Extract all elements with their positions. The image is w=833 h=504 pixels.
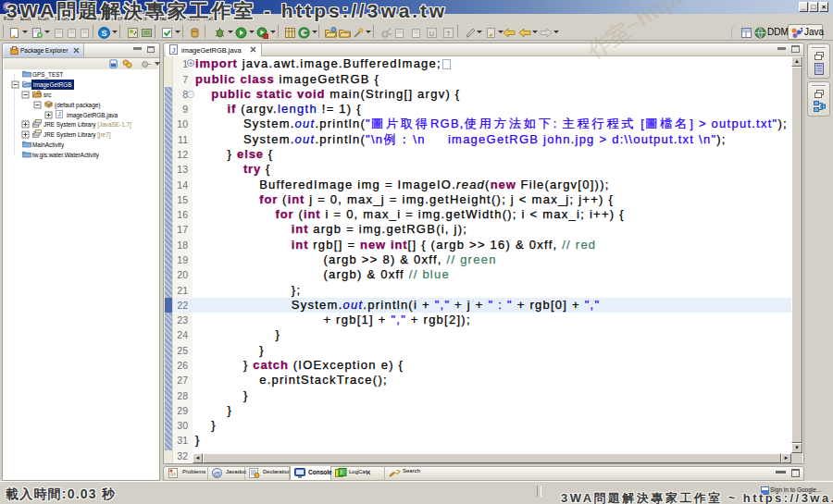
svg-text:J: J (799, 27, 802, 34)
svg-text:@: @ (213, 470, 220, 478)
svg-text:J: J (57, 111, 61, 118)
svg-text:T: T (446, 30, 451, 38)
svg-text:S: S (101, 29, 106, 38)
svg-text:U: U (429, 30, 435, 38)
svg-text:J: J (172, 46, 176, 55)
